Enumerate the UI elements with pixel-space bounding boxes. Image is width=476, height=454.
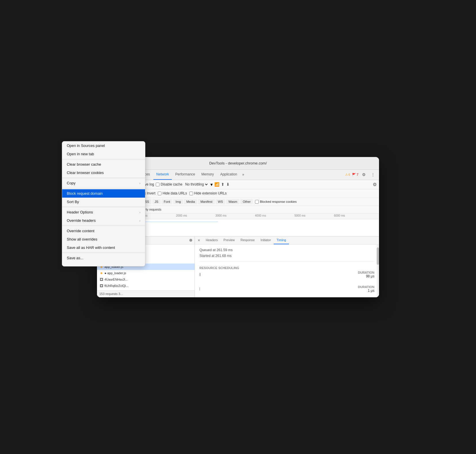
duration-value-2: 1 μs	[358, 289, 374, 293]
type-filter-ws[interactable]: WS	[216, 199, 225, 204]
error-count: 7	[357, 173, 358, 176]
file-name-fluhr: flUhRq6tzZclQl...	[104, 284, 128, 287]
timing-bar-2	[199, 287, 200, 291]
ruler-mark-3: 3000 ms	[216, 214, 226, 217]
ruler-mark-2: 2000 ms	[176, 214, 187, 217]
network-settings-icon[interactable]: ⚙	[373, 182, 377, 187]
ctx-override-content[interactable]: Show all overrides	[97, 235, 145, 243]
tab-response[interactable]: Response	[238, 236, 258, 244]
ctx-header-options[interactable]: Override headers ›	[97, 216, 145, 225]
ruler-mark-6: 6000 ms	[334, 214, 345, 217]
more-options-icon[interactable]: ⋮	[369, 171, 377, 178]
tab-memory[interactable]: Memory	[199, 169, 217, 180]
ctx-sep-4	[97, 207, 145, 207]
hide-ext-urls-text: Hide extension URLs	[194, 191, 227, 195]
resource-scheduling-section: Resource Scheduling DURATION 98 μs	[199, 261, 374, 293]
scrollbar-track[interactable]	[377, 245, 379, 297]
ctx-sep-6	[97, 253, 145, 253]
ctx-open-new-tab[interactable]: Open in new tab	[97, 157, 145, 158]
tab-performance[interactable]: Performance	[172, 169, 198, 180]
js-file-icon-4: 🔲	[99, 284, 103, 288]
disable-cache-checkbox[interactable]	[156, 183, 159, 186]
file-item-4uasr[interactable]: 🔲 4UasrENHsxJl...	[97, 276, 195, 283]
type-filter-font[interactable]: Font	[161, 199, 172, 204]
hide-ext-urls-label[interactable]: Hide extension URLs	[189, 191, 227, 195]
ctx-save-har[interactable]: Save as...	[97, 254, 145, 262]
more-tabs-button[interactable]: »	[241, 171, 246, 178]
detail-panel: × Headers Preview Response Initiator Tim…	[195, 237, 379, 297]
ctx-show-overrides[interactable]: Save all as HAR with content	[97, 243, 145, 252]
ctx-clear-cache[interactable]: Clear browser cache	[97, 160, 145, 169]
type-filter-js[interactable]: JS	[152, 199, 161, 204]
blocked-response-cookies-checkbox[interactable]	[255, 200, 259, 204]
export-har-icon[interactable]: ⬇	[226, 182, 230, 187]
context-menu: Open in Sources panel Open in new tab Cl…	[97, 157, 145, 267]
ruler-mark-4: 4000 ms	[255, 214, 266, 217]
queued-at: Queued at 261.59 ms	[199, 248, 374, 252]
resource-scheduling-title: Resource Scheduling	[199, 266, 374, 270]
type-filter-other[interactable]: Other	[240, 199, 253, 204]
detail-close-button[interactable]: ×	[196, 237, 202, 243]
ctx-sort-arrow: ›	[139, 211, 140, 214]
blocked-response-cookies-label[interactable]: Blocked response cookies	[255, 200, 297, 204]
error-badge: 🚩 7	[352, 173, 358, 177]
ctx-block-domain[interactable]: Sort By	[97, 198, 145, 206]
ruler-mark-5: 5000 ms	[294, 214, 305, 217]
js-file-icon-3: 🔲	[99, 277, 103, 281]
timing-bar-wrapper-2	[199, 287, 200, 291]
tab-application[interactable]: Application	[217, 169, 240, 180]
tab-initiator[interactable]: Initiator	[258, 236, 274, 244]
tab-timing[interactable]: Timing	[274, 236, 289, 244]
duration-label-1: DURATION	[358, 271, 374, 274]
duration-label-2: DURATION	[358, 285, 374, 289]
hide-data-urls-checkbox[interactable]	[158, 192, 161, 195]
warning-icon: ⚠	[345, 173, 348, 177]
duration-value-1: 98 μs	[358, 274, 374, 278]
type-filter-wasm[interactable]: Wasm	[226, 199, 240, 204]
import-har-icon[interactable]: ⬆	[221, 182, 224, 187]
network-conditions-icon[interactable]: 📶	[214, 182, 219, 187]
js-file-icon-2: ◉	[99, 271, 103, 275]
type-filter-img[interactable]: Img	[173, 199, 183, 204]
warning-count: 6	[349, 173, 350, 176]
tab-network[interactable]: Network	[153, 169, 172, 180]
ctx-override-headers[interactable]: Override content	[97, 227, 145, 235]
status-bar: 153 requests 3...	[97, 290, 195, 297]
tab-preview[interactable]: Preview	[221, 236, 238, 244]
file-item-app-loader-js2[interactable]: ◉ ● app_loader.js	[97, 270, 195, 276]
ctx-save-as[interactable]	[97, 262, 145, 266]
invert-label-text: Invert	[147, 191, 155, 195]
type-filter-manifest[interactable]: Manifest	[198, 199, 215, 204]
ctx-sort-by[interactable]: Header Options ›	[97, 208, 145, 216]
file-name-app-loader-js2: ● app_loader.js	[104, 271, 126, 275]
request-count: 153 requests	[99, 292, 118, 296]
settings-icon[interactable]: ⚙	[360, 171, 368, 178]
file-name-4uasr: 4UasrENHsxJl...	[104, 278, 128, 281]
window-title: DevTools - developer.chrome.com/	[209, 161, 267, 165]
duration-row-2: DURATION 1 μs	[199, 285, 374, 293]
detail-body: Queued at 261.59 ms Started at 261.68 ms…	[195, 245, 379, 297]
tab-actions: ⚠ 6 🚩 7 ⚙ ⋮	[345, 171, 377, 178]
throttle-select[interactable]: No throttling	[184, 182, 209, 187]
timing-spacer	[199, 279, 374, 285]
timing-bar-1	[199, 273, 201, 276]
duration-area-1: DURATION 98 μs	[358, 271, 374, 278]
hide-ext-urls-checkbox[interactable]	[189, 192, 193, 195]
started-at: Started at 261.68 ms	[199, 254, 374, 258]
ctx-copy[interactable]: Copy ›	[97, 179, 145, 187]
ctx-block-url[interactable]: Block request domain	[97, 189, 145, 198]
type-filter-media[interactable]: Media	[184, 199, 197, 204]
tab-headers[interactable]: Headers	[203, 236, 221, 244]
disable-cache-checkbox-label[interactable]: Disable cache	[156, 182, 182, 186]
ctx-copy-arrow: ›	[139, 181, 140, 185]
ctx-sep-3	[97, 188, 145, 188]
ctx-clear-cookies[interactable]: Clear browser cookies	[97, 169, 145, 177]
duration-area-2: DURATION 1 μs	[358, 285, 374, 293]
file-item-fluhr[interactable]: 🔲 flUhRq6tzZclQl...	[97, 283, 195, 289]
disable-cache-label-text: Disable cache	[161, 182, 182, 186]
warning-badge: ⚠ 6	[345, 173, 350, 177]
error-flag-icon: 🚩	[352, 173, 356, 177]
hide-data-urls-label[interactable]: Hide data URLs	[158, 191, 187, 195]
ctx-sep-1	[97, 159, 145, 159]
scrollbar-thumb[interactable]	[377, 247, 379, 265]
